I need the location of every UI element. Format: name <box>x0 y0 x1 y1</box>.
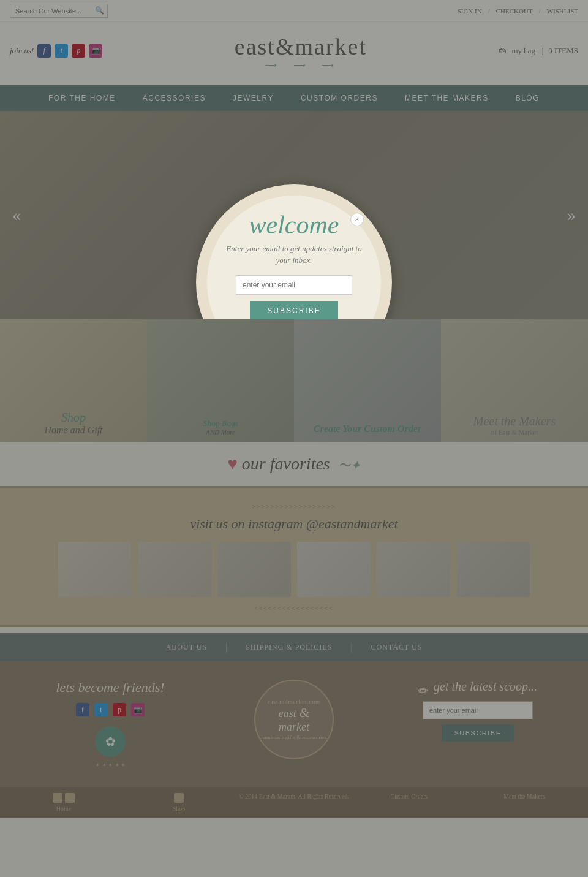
heart-icon: ♥ <box>227 454 238 473</box>
instagram-icon[interactable]: 📷 <box>89 44 102 58</box>
footer-logo-amp: & <box>299 705 309 720</box>
search-input[interactable] <box>15 7 95 15</box>
shop-tile-custom[interactable]: Create Your Custom Order <box>294 319 441 442</box>
nav-blog[interactable]: BLOG <box>502 85 553 111</box>
cart-items: 0 ITEMS <box>548 46 578 56</box>
instagram-photo-4[interactable] <box>297 542 371 597</box>
shop-tile-home-gift[interactable]: Shop Home and Gift <box>0 319 147 442</box>
instagram-photo-1[interactable] <box>58 542 132 597</box>
shop-tile-makers[interactable]: Meet the Makers of East & Market <box>441 319 588 442</box>
footer-twitter-icon[interactable]: t <box>94 703 108 716</box>
instagram-photo-3[interactable] <box>217 542 291 597</box>
footer-bottom-link-3[interactable]: Custom Orders <box>391 793 428 800</box>
logo-arrows: ⟶ ⟶ ⟶ <box>102 60 499 70</box>
footer-bottom-col-3: Custom Orders <box>352 793 467 812</box>
logo-area: east&market ⟶ ⟶ ⟶ <box>102 27 499 74</box>
pinterest-icon[interactable]: p <box>72 44 85 58</box>
instagram-section: >>>>>>>>>>>>>>>>>> visit us on instagram… <box>0 486 588 627</box>
modal-tagline: Enter your email to get updates straight… <box>225 243 363 267</box>
shop-tile-bags[interactable]: Shop Bags AND More <box>147 319 294 442</box>
footer-logo-east: east <box>279 707 296 719</box>
footer-subscribe-button[interactable]: Subscribe <box>442 724 513 742</box>
footer-about-us[interactable]: ABOUT US <box>166 643 207 652</box>
footer-logo-main: east & <box>279 705 310 721</box>
footer-icon-row-2 <box>174 793 184 803</box>
footer-bottom-link-4[interactable]: Meet the Makers <box>503 793 545 800</box>
footer-facebook-icon[interactable]: f <box>76 703 89 716</box>
tile-label-4: Meet the Makers of East & Market <box>467 408 562 442</box>
footer-shipping[interactable]: SHIPPING & POLICIES <box>246 643 332 652</box>
footer-social-icons: f t p 📷 <box>76 703 145 716</box>
shop-grid: Shop Home and Gift Shop Bags AND More Cr… <box>0 319 588 442</box>
footer-leaves-decoration: ✦ ✦ ✦ ✦ ✦ <box>95 762 126 769</box>
footer-logo-circle: eastandmarket.com east & market handmade… <box>254 680 334 759</box>
tile-label-2: Shop Bags AND More <box>197 412 244 442</box>
modal-email-input[interactable] <box>236 275 352 295</box>
welcome-modal: × welcome Enter your email to get update… <box>196 184 392 319</box>
nav-custom-orders[interactable]: CUSTOM ORDERS <box>287 85 391 111</box>
facebook-icon[interactable]: f <box>37 44 51 58</box>
tile-label-1: Shop Home and Gift <box>38 404 108 442</box>
footer-copyright-text: © 2014 East & Market. All Rights Reserve… <box>239 793 349 800</box>
custom-order-title: Create Your Custom Order <box>314 423 421 436</box>
footer-contact-us[interactable]: CONTACT US <box>371 643 423 652</box>
footer-logo-tagline: handmade gifts & accessories <box>261 734 326 740</box>
sep1: / <box>488 7 490 15</box>
search-bar[interactable]: 🔍 <box>10 4 108 18</box>
top-right-links: SIGN IN / CHECKOUT / WISHLIST <box>458 7 578 15</box>
footer-bottom-col-2: Shop <box>121 793 236 812</box>
makers-title: Meet the Makers <box>473 414 556 428</box>
home-gift-label: Home and Gift <box>44 425 102 436</box>
footer-pinterest-icon[interactable]: p <box>113 703 126 716</box>
tile-label-3: Create Your Custom Order <box>307 417 428 442</box>
social-bar: join us! f t p 📷 east&market ⟶ ⟶ ⟶ 🛍 my … <box>0 22 588 79</box>
wishlist-link[interactable]: WISHLIST <box>547 7 578 15</box>
join-us-label: join us! <box>10 46 34 56</box>
footer-instagram-icon[interactable]: 📷 <box>131 703 145 716</box>
favorites-section: ♥ our favorites 〜✦ <box>0 442 588 480</box>
footer-sep-1: | <box>225 642 227 653</box>
nav-meet-the-makers[interactable]: MEET THE MAKERS <box>391 85 502 111</box>
top-bar: 🔍 SIGN IN / CHECKOUT / WISHLIST <box>0 0 588 22</box>
nav-jewelry[interactable]: JEWELRY <box>219 85 287 111</box>
checkout-link[interactable]: CHECKOUT <box>496 7 533 15</box>
footer-body: lets become friends! f t p 📷 ✿ ✦ ✦ ✦ ✦ ✦… <box>0 661 588 787</box>
hero-section: « » × welcome Enter your email to get up… <box>0 111 588 319</box>
search-icon: 🔍 <box>95 6 104 15</box>
nav-accessories[interactable]: ACCESSORIES <box>129 85 219 111</box>
instagram-photos-grid <box>18 542 570 597</box>
modal-subscribe-button[interactable]: SUBSCRIBE <box>250 301 337 320</box>
sep2: / <box>539 7 541 15</box>
footer-bottom-copyright: © 2014 East & Market. All Rights Reserve… <box>236 793 352 812</box>
social-icons-row: f t p 📷 <box>37 44 102 58</box>
footer-logo-market: market <box>279 721 309 734</box>
footer-bottom-icon-3 <box>174 793 184 803</box>
cart-icon: 🛍 <box>499 46 507 56</box>
footer-social-col: lets become friends! f t p 📷 ✿ ✦ ✦ ✦ ✦ ✦ <box>24 680 196 769</box>
bags-sub-text: AND More <box>203 428 238 436</box>
insta-arrows-left: >>>>>>>>>>>>>>>>>> <box>252 503 336 510</box>
modal-close-button[interactable]: × <box>350 213 364 226</box>
twitter-icon[interactable]: t <box>55 44 68 58</box>
shop-label-text: Shop <box>44 411 102 425</box>
nav-for-the-home[interactable]: FOR THE HOME <box>35 85 129 111</box>
cart-sep: || <box>540 46 543 56</box>
footer-email-input[interactable] <box>423 701 533 719</box>
footer-bottom-link-1[interactable]: Home <box>56 805 71 812</box>
cart-label[interactable]: my bag <box>511 46 535 56</box>
footer-icon-row-1 <box>53 793 75 803</box>
footer-scoop-label: get the latest scoop... <box>434 680 537 694</box>
makers-sub: of East & Market <box>473 428 556 436</box>
modal-welcome-text: welcome <box>249 212 339 238</box>
sign-in-link[interactable]: SIGN IN <box>458 7 482 15</box>
instagram-photo-5[interactable] <box>377 542 450 597</box>
instagram-photo-6[interactable] <box>456 542 530 597</box>
footer-bottom-col-1: Home <box>6 793 121 812</box>
footer-bottom-icon-1 <box>53 793 62 803</box>
footer-bottom-col-4: Meet the Makers <box>467 793 582 812</box>
footer-bottom-link-2[interactable]: Shop <box>173 805 186 812</box>
footer-sep-2: | <box>350 642 352 653</box>
bags-label-text: Shop Bags <box>203 419 238 428</box>
instagram-photo-2[interactable] <box>138 542 211 597</box>
footer-bottom-icon-2 <box>65 793 75 803</box>
